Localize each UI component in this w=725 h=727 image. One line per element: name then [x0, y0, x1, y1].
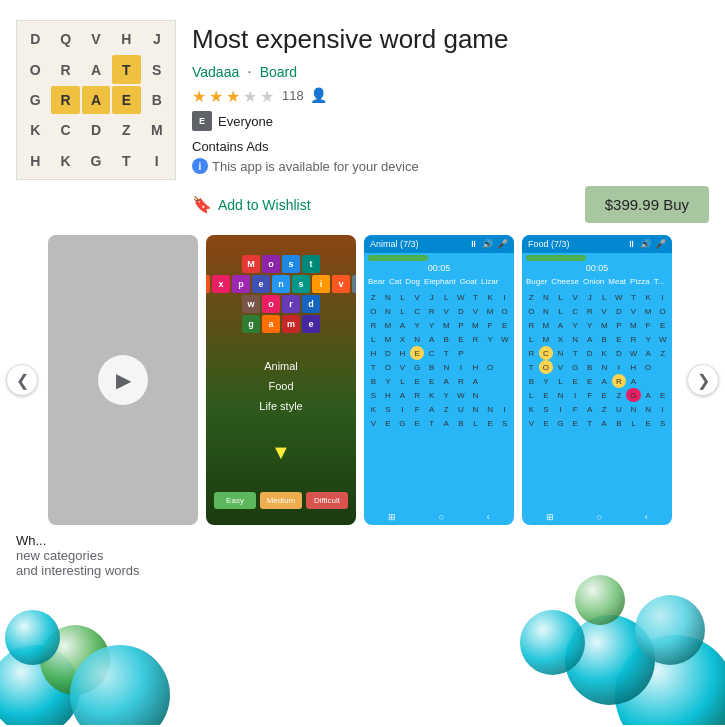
timer-display: 00:05: [364, 263, 514, 273]
label-buger: Buger: [526, 277, 547, 286]
label-bear: Bear: [368, 277, 385, 286]
available-text: This app is available for your device: [212, 159, 419, 174]
contains-ads: Contains Ads: [192, 139, 709, 154]
grid-cell: S: [143, 55, 171, 83]
rating-row: ★ ★ ★ ★ ★ 118 👤: [192, 87, 709, 103]
bubble-7: [635, 595, 705, 665]
circle-icon-2: ○: [597, 512, 602, 522]
category-animal: Animal: [259, 357, 302, 377]
developer-link[interactable]: Vadaaa: [192, 64, 239, 80]
play-button[interactable]: ▶: [98, 355, 148, 405]
star-rating: ★ ★ ★ ★ ★: [192, 87, 276, 103]
info-icon: i: [192, 158, 208, 174]
medium-btn: Medium: [260, 492, 302, 509]
mic-icon: 🎤: [497, 239, 508, 249]
tile-t: t: [302, 255, 320, 273]
grid-cell: M: [143, 116, 171, 144]
home-icon: ⊞: [388, 512, 396, 522]
word-search-grid-2: ZNLVJLWTKI ONLCRVDVMO RMAYYMPMFE LMXNABE…: [364, 288, 514, 509]
screenshots-section: ❮ ▶ M o s t e x p e: [0, 235, 725, 525]
home-icon-2: ⊞: [546, 512, 554, 522]
scroll-left-arrow[interactable]: ❮: [6, 364, 38, 396]
category-food: Food: [259, 377, 302, 397]
age-rating-row: E Everyone: [192, 111, 709, 131]
left-chevron-icon: ❮: [16, 371, 29, 390]
title-word-game: g a m e: [242, 315, 320, 333]
tile-r: r: [282, 295, 300, 313]
add-to-wishlist-button[interactable]: 🔖 Add to Wishlist: [192, 195, 311, 214]
play-icon: ▶: [116, 368, 131, 392]
grid-cell: B: [143, 86, 171, 114]
screenshot-2: Animal (7/3) ⏸ 🔊 🎤 00:05 Bear Cat Dog El…: [364, 235, 514, 525]
label-onion: Onion: [583, 277, 604, 286]
star-5: ★: [260, 87, 276, 103]
tile-s2: s: [292, 275, 310, 293]
back-icon-2: ‹: [645, 512, 648, 522]
person-icon: 👤: [310, 87, 327, 103]
buy-button[interactable]: $399.99 Buy: [585, 186, 709, 223]
grid-cell-highlighted: E: [112, 86, 140, 114]
screen-footer-3: ⊞ ○ ‹: [522, 509, 672, 525]
label-elephant: Elephant: [424, 277, 456, 286]
grid-cell-highlighted: A: [82, 86, 110, 114]
grid-cell: K: [21, 116, 49, 144]
star-4: ★: [243, 87, 259, 103]
grid-cell: G: [21, 86, 49, 114]
word-search-grid-3: ZNLVJLWTKI ONLCRVDVMO RMAYYMPMFE LMXNABE…: [522, 288, 672, 509]
screen-column-labels: Bear Cat Dog Elephant Goat Lizar: [364, 275, 514, 288]
app-icon: D Q V H J O R A T S G R A E B K C D Z M …: [16, 20, 176, 180]
bubble-3: [5, 610, 60, 665]
label-goat: Goat: [460, 277, 477, 286]
grid-cell: I: [143, 147, 171, 175]
tile-e: e: [206, 275, 210, 293]
star-1: ★: [192, 87, 208, 103]
tile-w: w: [242, 295, 260, 313]
tile-m2: m: [282, 315, 300, 333]
category-link[interactable]: Board: [260, 64, 297, 80]
screenshot-3: Food (7/3) ⏸ 🔊 🎤 00:05 Buger Cheese Onio…: [522, 235, 672, 525]
grid-cell: K: [51, 147, 79, 175]
screenshots-container: ▶ M o s t e x p e n s i: [0, 235, 725, 525]
label-cat: Cat: [389, 277, 401, 286]
back-icon: ‹: [487, 512, 490, 522]
category-label-food: Food (7/3): [528, 239, 570, 249]
title-word-most: M o s t: [242, 255, 320, 273]
screen-footer-2: ⊞ ○ ‹: [364, 509, 514, 525]
bottom-section: Wh... new categories and interesting wor…: [0, 525, 725, 725]
category-label-animal: Animal (7/3): [370, 239, 419, 249]
app-meta: Vadaaa · Board: [192, 63, 709, 81]
wishlist-label: Add to Wishlist: [218, 197, 311, 213]
video-thumbnail[interactable]: ▶: [48, 235, 198, 525]
grid-cell-highlighted: T: [112, 55, 140, 83]
tile-i: i: [312, 275, 330, 293]
separator: ·: [247, 63, 251, 81]
scroll-right-arrow[interactable]: ❯: [687, 364, 719, 396]
category-lifestyle: Life style: [259, 397, 302, 417]
bookmark-icon: 🔖: [192, 195, 212, 214]
grid-cell: D: [21, 25, 49, 53]
volume-icon-2: 🔊: [640, 239, 651, 249]
screen-header-3: Food (7/3) ⏸ 🔊 🎤: [522, 235, 672, 253]
label-dog: Dog: [405, 277, 420, 286]
title-word-expensive: e x p e n s i v e: [206, 275, 356, 293]
label-lizar: Lizar: [481, 277, 498, 286]
esrb-badge: E: [192, 111, 212, 131]
tile-a: a: [262, 315, 280, 333]
app-header: D Q V H J O R A T S G R A E B K C D Z M …: [0, 0, 725, 235]
app-title: Most expensive word game: [192, 24, 709, 55]
rating-count: 118: [282, 88, 304, 103]
down-arrow-icon: ▼: [271, 441, 291, 464]
grid-cell: H: [21, 147, 49, 175]
screenshot-1: M o s t e x p e n s i v e w: [206, 235, 356, 525]
tile-s: s: [282, 255, 300, 273]
bubble-8: [575, 575, 625, 625]
title-word-word: w o r d: [242, 295, 320, 313]
tile-o: o: [262, 255, 280, 273]
difficult-btn: Difficult: [306, 492, 348, 509]
tile-e4: e: [302, 315, 320, 333]
tile-g: g: [242, 315, 260, 333]
tile-o2: o: [262, 295, 280, 313]
label-cheese: Cheese: [551, 277, 579, 286]
age-text: Everyone: [218, 114, 273, 129]
grid-cell: Z: [112, 116, 140, 144]
